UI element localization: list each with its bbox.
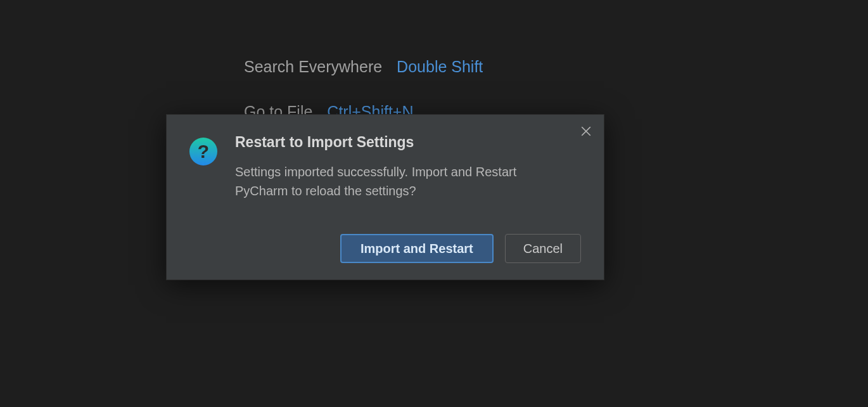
hint-search-everywhere: Search Everywhere Double Shift <box>244 56 483 78</box>
dialog-title: Restart to Import Settings <box>235 134 584 151</box>
question-glyph: ? <box>198 142 209 161</box>
question-icon: ? <box>189 138 217 165</box>
dialog-content: Restart to Import Settings Settings impo… <box>235 134 584 200</box>
hint-label: Search Everywhere <box>244 58 382 75</box>
cancel-button[interactable]: Cancel <box>505 234 581 263</box>
hint-shortcut: Double Shift <box>397 58 483 75</box>
close-icon <box>580 126 592 137</box>
dialog-message: Settings imported successfully. Import a… <box>235 162 523 200</box>
dialog-body: ? Restart to Import Settings Settings im… <box>167 115 604 200</box>
close-button[interactable] <box>577 122 595 140</box>
restart-import-settings-dialog: ? Restart to Import Settings Settings im… <box>166 114 604 280</box>
dialog-buttons: Import and Restart Cancel <box>340 234 581 263</box>
import-and-restart-button[interactable]: Import and Restart <box>340 234 494 263</box>
